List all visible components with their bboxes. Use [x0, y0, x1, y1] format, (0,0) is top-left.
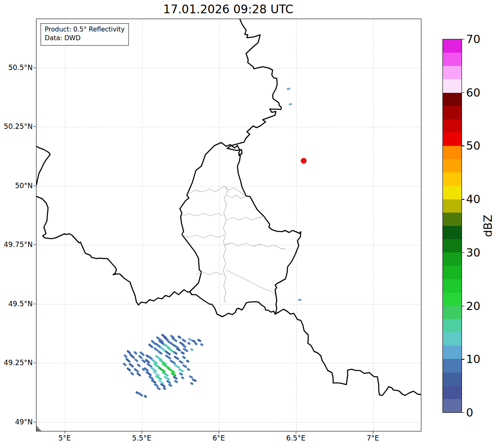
colorbar-segment: [443, 119, 462, 133]
y-tick-label: 49.25°N: [0, 358, 33, 367]
colorbar-tickmark: [462, 412, 464, 413]
y-tick-label: 50.5°N: [0, 63, 33, 72]
product-info-line2: Data: DWD: [45, 34, 125, 43]
canton-border: [223, 228, 226, 303]
colorbar-segment: [443, 186, 462, 199]
canton-border: [196, 272, 223, 275]
canton-border: [182, 235, 224, 238]
y-tick-label: 49°N: [0, 418, 33, 426]
colorbar-segment: [443, 93, 462, 106]
colorbar-segment: [443, 159, 462, 172]
colorbar-segment: [443, 373, 462, 386]
colorbar-segment: [443, 306, 462, 319]
canton-border: [226, 270, 275, 295]
colorbar-segment: [443, 252, 462, 266]
colorbar-tick-label: 70: [466, 33, 480, 46]
colorbar-tick-label: 60: [466, 86, 480, 99]
colorbar-segment: [443, 106, 462, 119]
colorbar-segment: [443, 172, 462, 186]
colorbar-segment: [443, 332, 462, 346]
y-tick-label: 50°N: [0, 182, 33, 190]
colorbar-tick-label: 10: [466, 353, 480, 366]
canton-border: [188, 186, 245, 195]
colorbar-segment: [443, 266, 462, 279]
colorbar-segment: [443, 53, 462, 66]
border-belgium-france: [36, 196, 192, 305]
colorbar-tick-label: 0: [466, 406, 473, 419]
colorbar-tick-label: 50: [466, 139, 480, 152]
y-axis-tickmark: [34, 68, 36, 68]
y-tick-label: 50.25°N: [0, 122, 33, 131]
colorbar-segment: [443, 146, 462, 159]
colorbar-segment: [443, 79, 462, 92]
figure-title: 17.01.2026 09:28 UTC: [163, 2, 293, 16]
border-belgium-france-loop: [36, 146, 50, 185]
y-tick-label: 49.5°N: [0, 300, 33, 308]
colorbar-tickmark: [462, 359, 464, 359]
colorbar-segment: [443, 359, 462, 372]
y-axis-tickmark: [34, 422, 36, 422]
colorbar-segment: [443, 399, 462, 412]
colorbar-tickmark: [462, 306, 464, 306]
colorbar-tickmark: [462, 252, 464, 253]
canton-border: [226, 195, 245, 199]
colorbar-segment: [443, 39, 462, 53]
colorbar-segment: [443, 386, 462, 399]
x-axis-tickmark: [219, 431, 219, 433]
canton-border: [182, 213, 223, 216]
x-tick-label: 6.5°E: [286, 434, 305, 442]
y-axis-tickmark: [34, 363, 36, 363]
x-axis-tickmark: [373, 431, 373, 433]
border-luxembourg: [180, 143, 301, 317]
colorbar-tick-label: 40: [466, 193, 480, 206]
x-axis-tickmark: [65, 431, 65, 433]
x-tick-label: 6°E: [213, 434, 225, 442]
colorbar-segment: [443, 66, 462, 79]
y-axis-tickmark: [34, 304, 36, 304]
colorbar-segment: [443, 346, 462, 359]
colorbar-tickmark: [462, 39, 464, 39]
y-axis-tickmark: [34, 245, 36, 245]
colorbar-segment: [443, 239, 462, 252]
x-axis-tickmark: [296, 431, 296, 433]
x-tick-label: 7°E: [367, 434, 379, 442]
border-belgium-germany: [227, 19, 281, 156]
colorbar-tick-label: 20: [466, 299, 480, 312]
y-axis-tickmark: [34, 126, 36, 127]
product-info-box: Product: 0.5° Reflectivity Data: DWD: [41, 23, 129, 46]
radar-site-marker: [301, 158, 307, 164]
colorbar-segment: [443, 293, 462, 306]
coast-fragment-corner: [36, 426, 42, 431]
y-tick-label: 49.75°N: [0, 240, 33, 249]
colorbar-segment: [443, 213, 462, 226]
radar-echo-bin: [286, 87, 290, 90]
radar-echo-bin: [297, 298, 301, 300]
colorbar-tickmark: [462, 145, 464, 146]
colorbar-tickmark: [462, 199, 464, 199]
radar-map-figure: 17.01.2026 09:28 UTC: [0, 0, 498, 448]
colorbar-segment: [443, 279, 462, 293]
x-tick-label: 5°E: [58, 434, 71, 442]
colorbar-segment: [443, 133, 462, 146]
product-info-line1: Product: 0.5° Reflectivity: [45, 25, 125, 34]
x-tick-label: 5.5°E: [132, 434, 151, 442]
canton-border: [226, 217, 264, 220]
y-axis-tickmark: [34, 186, 36, 186]
border-france-germany: [275, 309, 421, 395]
x-axis-tickmark: [142, 431, 142, 433]
colorbar-segment: [443, 319, 462, 332]
map-borders-svg: [36, 19, 421, 431]
colorbar-segment: [443, 226, 462, 239]
colorbar-tick-label: 30: [466, 246, 480, 259]
map-plot-area: Product: 0.5° Reflectivity Data: DWD: [36, 19, 421, 431]
colorbar-segment: [443, 199, 462, 213]
colorbar: [442, 39, 462, 413]
colorbar-label: dBZ: [481, 215, 494, 237]
canton-border: [224, 243, 285, 249]
colorbar-tickmark: [462, 92, 464, 93]
canton-border: [223, 186, 227, 228]
